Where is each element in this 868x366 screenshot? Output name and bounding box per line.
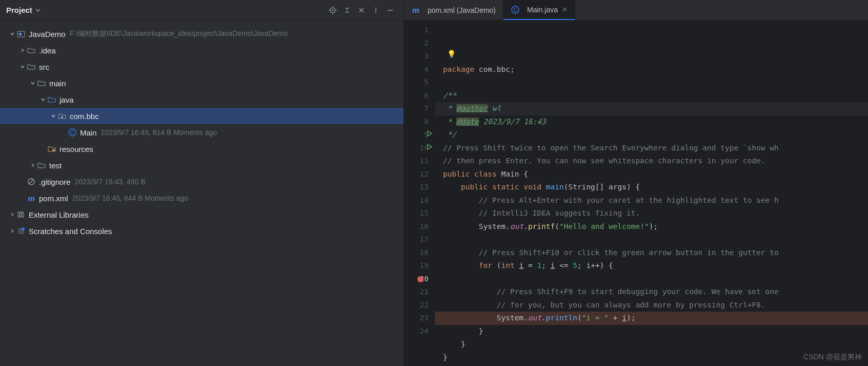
tree-label: src <box>39 63 49 71</box>
scratches-icon <box>16 226 26 236</box>
tab-label: Main.java <box>527 6 558 14</box>
tree-node-main-class[interactable]: C Main 2023/9/7 16:45, 814 B Moments ago <box>0 124 403 141</box>
class-icon: C <box>68 128 77 137</box>
tab-pom[interactable]: m pom.xml (JavaDemo) <box>404 0 503 20</box>
run-icon[interactable] <box>427 130 433 137</box>
svg-rect-15 <box>52 149 55 151</box>
tree-label: .idea <box>39 46 56 55</box>
chevron-right-icon[interactable] <box>29 163 37 168</box>
project-panel: Project JavaDemo F:\编程数据\IDE\Java\worksp… <box>0 0 404 366</box>
target-icon[interactable] <box>327 4 339 16</box>
code-editor[interactable]: 123456789101112131415161718192021222324 … <box>404 21 868 366</box>
project-tree[interactable]: JavaDemo F:\编程数据\IDE\Java\workspace_idea… <box>0 21 403 366</box>
tree-label: resources <box>59 145 93 153</box>
tree-meta: F:\编程数据\IDE\Java\workspace_idea\project\… <box>70 29 288 38</box>
tree-meta: 2023/9/7 16:45, 814 B Moments ago <box>101 128 217 137</box>
run-icon[interactable] <box>427 144 433 150</box>
tree-label: pom.xml <box>39 194 68 203</box>
tree-label: test <box>49 161 62 170</box>
tree-node-resources[interactable]: resources <box>0 141 403 157</box>
watermark: CSDN @莪是男神 <box>803 353 862 362</box>
chevron-down-icon[interactable] <box>18 64 27 69</box>
tree-meta: 2023/9/7 16:45, 644 B Moments ago <box>72 194 189 202</box>
package-icon <box>57 111 67 121</box>
tree-node-main[interactable]: main <box>0 75 403 91</box>
svg-rect-20 <box>22 212 24 217</box>
chevron-right-icon[interactable] <box>8 228 16 234</box>
svg-rect-11 <box>19 33 22 35</box>
chevron-down-icon[interactable] <box>39 97 47 102</box>
svg-line-17 <box>29 180 33 184</box>
svg-point-12 <box>61 116 63 118</box>
tree-label: External Libraries <box>29 210 89 219</box>
tab-label: pom.xml (JavaDemo) <box>428 6 496 14</box>
tree-label: java <box>59 95 74 104</box>
module-icon <box>16 29 26 38</box>
svg-rect-18 <box>18 212 19 217</box>
editor-panel: m pom.xml (JavaDemo) C Main.java ✕ 12345… <box>404 0 868 366</box>
tree-node-external[interactable]: External Libraries <box>0 206 403 223</box>
tree-node-package[interactable]: com.bbc <box>0 108 403 124</box>
project-title[interactable]: Project <box>6 6 32 14</box>
tree-node-idea[interactable]: .idea <box>0 42 403 59</box>
chevron-down-icon[interactable] <box>29 81 37 86</box>
class-icon: C <box>511 5 520 14</box>
gutter[interactable]: 123456789101112131415161718192021222324 <box>404 21 435 366</box>
svg-point-24 <box>22 227 25 230</box>
tree-label: JavaDemo <box>29 30 66 38</box>
chevron-down-icon[interactable] <box>35 8 41 13</box>
tree-label: main <box>49 79 66 88</box>
resource-folder-icon <box>47 144 56 153</box>
chevron-right-icon[interactable] <box>18 48 27 53</box>
svg-rect-19 <box>20 212 22 217</box>
tree-node-java[interactable]: java <box>0 91 403 108</box>
breakpoint-icon[interactable] <box>417 276 423 282</box>
tree-node-gitignore[interactable]: .gitignore 2023/9/7 16:43, 490 B <box>0 174 403 190</box>
folder-icon <box>37 161 46 170</box>
tree-node-root[interactable]: JavaDemo F:\编程数据\IDE\Java\workspace_idea… <box>0 26 403 42</box>
tree-node-scratches[interactable]: Scratches and Consoles <box>0 223 403 239</box>
collapse-icon[interactable] <box>355 4 368 16</box>
tree-label: .gitignore <box>39 178 71 186</box>
tree-node-pom[interactable]: m pom.xml 2023/9/7 16:45, 644 B Moments … <box>0 190 403 206</box>
chevron-down-icon[interactable] <box>49 113 57 119</box>
maven-icon: m <box>27 194 36 203</box>
tab-main[interactable]: C Main.java ✕ <box>503 0 575 20</box>
more-icon[interactable] <box>370 4 382 16</box>
chevron-right-icon[interactable] <box>8 212 16 217</box>
library-icon <box>16 210 26 219</box>
maven-icon: m <box>411 6 420 15</box>
tree-label: Main <box>80 128 97 137</box>
close-icon[interactable]: ✕ <box>562 6 568 13</box>
svg-point-1 <box>332 9 334 11</box>
svg-text:C: C <box>70 130 74 136</box>
bulb-icon[interactable]: 💡 <box>447 48 456 61</box>
expand-icon[interactable] <box>341 4 353 16</box>
tree-node-src[interactable]: src <box>0 59 403 75</box>
svg-text:C: C <box>513 7 517 13</box>
tree-label: com.bbc <box>70 112 99 121</box>
tree-label: Scratches and Consoles <box>29 227 112 236</box>
svg-point-6 <box>375 7 376 8</box>
folder-icon <box>37 79 46 88</box>
editor-tabs: m pom.xml (JavaDemo) C Main.java ✕ <box>404 0 868 21</box>
minimize-icon[interactable] <box>384 4 396 16</box>
tree-meta: 2023/9/7 16:43, 490 B <box>75 178 146 186</box>
code-content[interactable]: 💡 package com.bbc;/** * @author wl * @da… <box>435 21 868 366</box>
folder-icon <box>27 46 36 55</box>
project-header: Project <box>0 0 403 21</box>
gitignore-icon <box>27 177 36 186</box>
chevron-down-icon[interactable] <box>8 31 16 36</box>
folder-icon <box>27 62 36 71</box>
svg-point-7 <box>375 9 376 10</box>
folder-source-icon <box>47 95 56 104</box>
svg-point-8 <box>375 11 376 12</box>
tree-node-test[interactable]: test <box>0 157 403 174</box>
